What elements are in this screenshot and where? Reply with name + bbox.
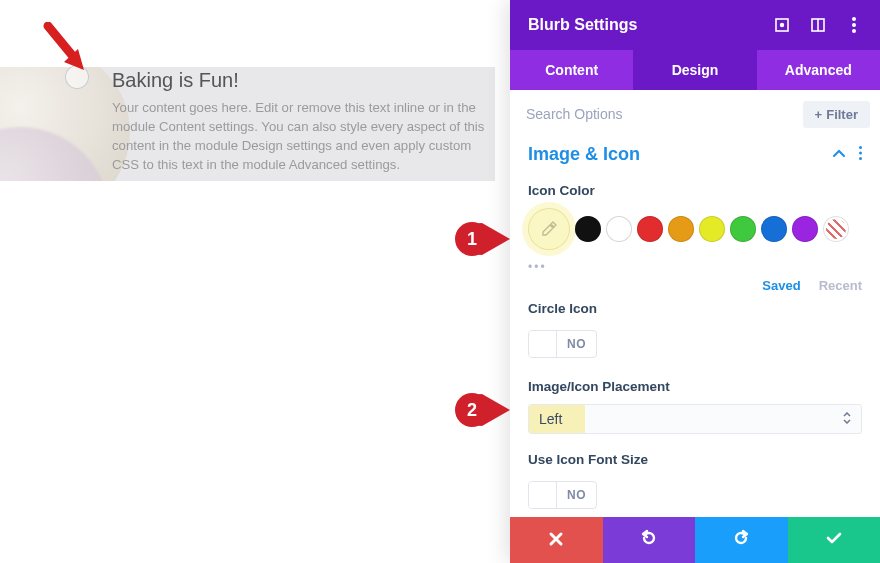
undo-button[interactable] (603, 517, 696, 563)
filter-label: Filter (826, 107, 858, 122)
page-canvas: Baking is Fun! Your content goes here. E… (0, 0, 495, 563)
toggle-knob-2 (529, 482, 557, 508)
plus-icon: + (815, 107, 823, 122)
swatch-eyedropper[interactable] (528, 208, 570, 250)
swatch-none[interactable] (823, 216, 849, 242)
toggle-no-label: NO (557, 337, 596, 351)
expand-icon[interactable] (774, 17, 790, 33)
chevron-sort-icon (843, 411, 851, 427)
chevron-up-icon[interactable] (833, 146, 845, 164)
annotation-arrow (42, 22, 92, 76)
undo-icon (640, 529, 658, 552)
snap-icon[interactable] (810, 17, 826, 33)
panel-title: Blurb Settings (528, 16, 637, 34)
filter-button[interactable]: + Filter (803, 101, 870, 128)
tab-advanced[interactable]: Advanced (757, 50, 880, 90)
tab-content[interactable]: Content (510, 50, 633, 90)
search-input[interactable] (520, 100, 793, 128)
panel-tabs: Content Design Advanced (510, 50, 880, 90)
settings-panel: Blurb Settings Content Design Advanced +… (510, 0, 880, 563)
tab-design[interactable]: Design (633, 50, 756, 90)
toggle-knob (529, 331, 557, 357)
color-swatch-row (528, 208, 862, 250)
label-use-font-size: Use Icon Font Size (528, 452, 862, 467)
blurb-body: Your content goes here. Edit or remove t… (112, 98, 487, 175)
swatch-black[interactable] (575, 216, 601, 242)
toggle-use-font-size[interactable]: NO (528, 481, 597, 509)
recent-tab[interactable]: Recent (819, 278, 862, 293)
swatch-green[interactable] (730, 216, 756, 242)
label-icon-color: Icon Color (528, 183, 862, 198)
toggle-no-label-2: NO (557, 488, 596, 502)
svg-point-7 (859, 146, 862, 149)
redo-icon (732, 529, 750, 552)
svg-point-9 (859, 157, 862, 160)
check-icon (825, 529, 843, 552)
svg-point-6 (852, 29, 856, 33)
search-row: + Filter (510, 90, 880, 138)
svg-point-8 (859, 151, 862, 154)
more-colors-dots[interactable]: ••• (528, 260, 862, 274)
saved-recent-row: Saved Recent (528, 278, 862, 293)
cancel-button[interactable] (510, 517, 603, 563)
swatch-purple[interactable] (792, 216, 818, 242)
swatch-yellow[interactable] (699, 216, 725, 242)
panel-footer (510, 517, 880, 563)
section-title[interactable]: Image & Icon (528, 144, 640, 165)
svg-point-1 (780, 23, 784, 27)
swatch-blue[interactable] (761, 216, 787, 242)
swatch-red[interactable] (637, 216, 663, 242)
swatch-white[interactable] (606, 216, 632, 242)
redo-button[interactable] (695, 517, 788, 563)
label-circle-icon: Circle Icon (528, 301, 862, 316)
blurb-title: Baking is Fun! (112, 69, 487, 92)
section-image-icon: Image & Icon Icon Color ••• Saved Recent (510, 138, 880, 522)
toggle-circle-icon[interactable]: NO (528, 330, 597, 358)
select-placement[interactable]: Left (528, 404, 862, 434)
label-placement: Image/Icon Placement (528, 379, 862, 394)
close-icon (548, 529, 564, 552)
svg-point-5 (852, 23, 856, 27)
save-button[interactable] (788, 517, 881, 563)
saved-tab[interactable]: Saved (762, 278, 800, 293)
select-value: Left (539, 411, 562, 427)
kebab-icon[interactable] (846, 17, 862, 33)
panel-header: Blurb Settings (510, 0, 880, 50)
swatch-orange[interactable] (668, 216, 694, 242)
section-kebab-icon[interactable] (859, 146, 862, 164)
svg-point-4 (852, 17, 856, 21)
